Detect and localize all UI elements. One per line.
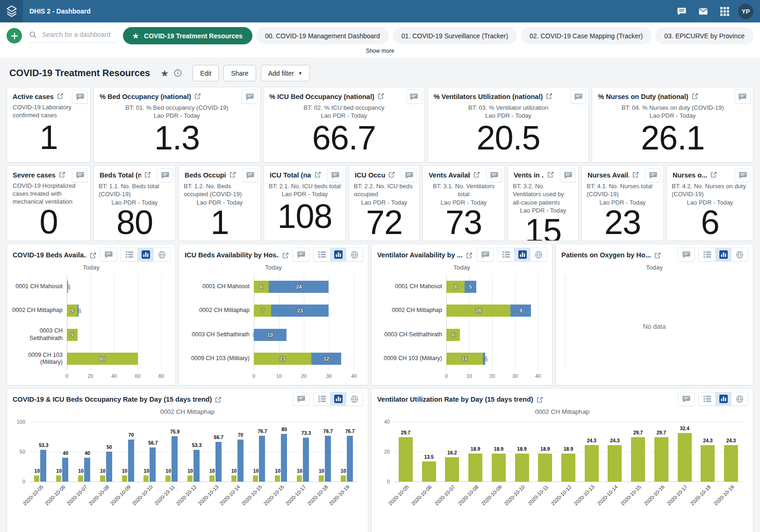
column-bar[interactable] xyxy=(297,475,302,482)
comments-button[interactable] xyxy=(293,248,309,262)
open-in-app-icon[interactable] xyxy=(388,171,395,178)
column-bar[interactable] xyxy=(608,445,622,482)
open-in-app-icon[interactable] xyxy=(654,252,661,259)
column-bar[interactable] xyxy=(281,434,287,482)
add-filter-button[interactable]: Add filter ▼ xyxy=(261,65,310,81)
dashboard-chip-4[interactable]: 03. EPICURVE by Province xyxy=(655,27,753,44)
column-bar[interactable] xyxy=(492,454,506,482)
comments-button[interactable] xyxy=(735,168,751,182)
open-in-app-icon[interactable] xyxy=(90,252,96,259)
comments-button[interactable] xyxy=(401,168,417,182)
open-in-app-icon[interactable] xyxy=(59,171,65,178)
view-as-chart-button[interactable] xyxy=(715,392,731,405)
view-as-map-button[interactable] xyxy=(531,248,547,261)
column-bar[interactable] xyxy=(325,436,331,482)
view-as-table-button[interactable] xyxy=(498,248,514,261)
column-bar[interactable] xyxy=(445,457,459,482)
column-bar[interactable] xyxy=(34,475,39,482)
view-as-chart-button[interactable] xyxy=(715,248,731,261)
column-bar[interactable] xyxy=(303,438,309,482)
column-bar[interactable] xyxy=(585,445,599,482)
view-as-map-button[interactable] xyxy=(731,248,748,261)
comments-button[interactable] xyxy=(678,248,695,262)
comments-button[interactable] xyxy=(477,248,494,262)
star-dashboard-icon[interactable]: ★ xyxy=(160,69,169,78)
comments-button[interactable] xyxy=(242,90,258,104)
comments-button[interactable] xyxy=(560,168,576,182)
open-in-app-icon[interactable] xyxy=(144,171,151,178)
column-bar[interactable] xyxy=(399,437,413,482)
column-bar[interactable] xyxy=(122,475,127,482)
open-in-app-icon[interactable] xyxy=(710,171,717,178)
column-bar[interactable] xyxy=(172,436,178,482)
apps-menu-icon[interactable] xyxy=(714,0,735,22)
open-in-app-icon[interactable] xyxy=(546,93,552,99)
comments-button[interactable] xyxy=(678,392,695,406)
column-bar[interactable] xyxy=(106,452,112,482)
view-as-chart-button[interactable] xyxy=(330,248,346,261)
dashboard-chip-2[interactable]: 01. COVID-19 Surveillance (Tracker) xyxy=(393,27,517,44)
view-as-chart-button[interactable] xyxy=(330,392,346,405)
comments-button[interactable] xyxy=(293,392,309,406)
column-bar[interactable] xyxy=(215,442,222,482)
view-as-map-button[interactable] xyxy=(731,392,748,405)
column-bar[interactable] xyxy=(209,475,215,482)
column-bar[interactable] xyxy=(128,440,134,482)
column-bar[interactable] xyxy=(150,447,156,482)
comments-button[interactable] xyxy=(157,168,173,182)
view-as-table-button[interactable] xyxy=(121,248,137,261)
interpretations-icon[interactable] xyxy=(671,0,692,22)
column-bar[interactable] xyxy=(100,475,105,482)
open-in-app-icon[interactable] xyxy=(378,93,384,99)
dashboard-search-input[interactable] xyxy=(41,30,115,39)
comments-button[interactable] xyxy=(327,168,343,182)
view-as-table-button[interactable] xyxy=(314,248,330,261)
column-bar[interactable] xyxy=(62,458,68,482)
column-bar[interactable] xyxy=(84,458,90,482)
column-bar[interactable] xyxy=(319,475,324,482)
open-in-app-icon[interactable] xyxy=(547,171,554,178)
column-bar[interactable] xyxy=(654,437,668,482)
column-bar[interactable] xyxy=(78,475,83,482)
open-in-app-icon[interactable] xyxy=(215,397,222,403)
comments-button[interactable] xyxy=(72,90,88,104)
share-button[interactable]: Share xyxy=(223,65,256,81)
edit-button[interactable]: Edit xyxy=(193,65,219,81)
view-as-table-button[interactable] xyxy=(699,248,715,261)
comments-button[interactable] xyxy=(645,168,661,182)
column-bar[interactable] xyxy=(253,475,258,482)
new-dashboard-button[interactable] xyxy=(7,28,22,43)
column-bar[interactable] xyxy=(40,450,46,482)
dashboard-chip-1[interactable]: 00. COVID-19 Management Dashboard xyxy=(256,27,389,44)
dashboard-chip-3[interactable]: 02. COVID-19 Case Mapping (Tracker) xyxy=(521,27,652,44)
view-as-map-button[interactable] xyxy=(154,248,170,261)
view-as-chart-button[interactable] xyxy=(137,248,154,261)
open-in-app-icon[interactable] xyxy=(466,252,473,259)
column-bar[interactable] xyxy=(275,475,280,482)
user-avatar[interactable]: YP xyxy=(738,4,753,19)
column-bar[interactable] xyxy=(347,436,353,482)
open-in-app-icon[interactable] xyxy=(194,93,201,99)
column-bar[interactable] xyxy=(515,454,529,482)
column-bar[interactable] xyxy=(187,475,193,482)
comments-button[interactable] xyxy=(72,168,88,182)
column-bar[interactable] xyxy=(341,475,346,482)
comments-button[interactable] xyxy=(406,90,422,104)
column-bar[interactable] xyxy=(468,454,482,482)
column-bar[interactable] xyxy=(701,445,715,482)
view-as-map-button[interactable] xyxy=(346,248,363,261)
open-in-app-icon[interactable] xyxy=(315,171,321,178)
column-bar[interactable] xyxy=(422,461,436,482)
column-bar[interactable] xyxy=(631,437,645,482)
column-bar[interactable] xyxy=(678,433,692,482)
mail-icon[interactable] xyxy=(692,0,714,22)
show-more-button[interactable]: Show more xyxy=(361,44,399,58)
comments-button[interactable] xyxy=(100,248,117,262)
comments-button[interactable] xyxy=(735,90,751,104)
comments-button[interactable] xyxy=(570,90,586,104)
column-bar[interactable] xyxy=(194,450,200,482)
info-icon[interactable] xyxy=(173,69,182,78)
column-bar[interactable] xyxy=(724,445,738,482)
view-as-chart-button[interactable] xyxy=(514,248,531,261)
open-in-app-icon[interactable] xyxy=(282,252,289,259)
